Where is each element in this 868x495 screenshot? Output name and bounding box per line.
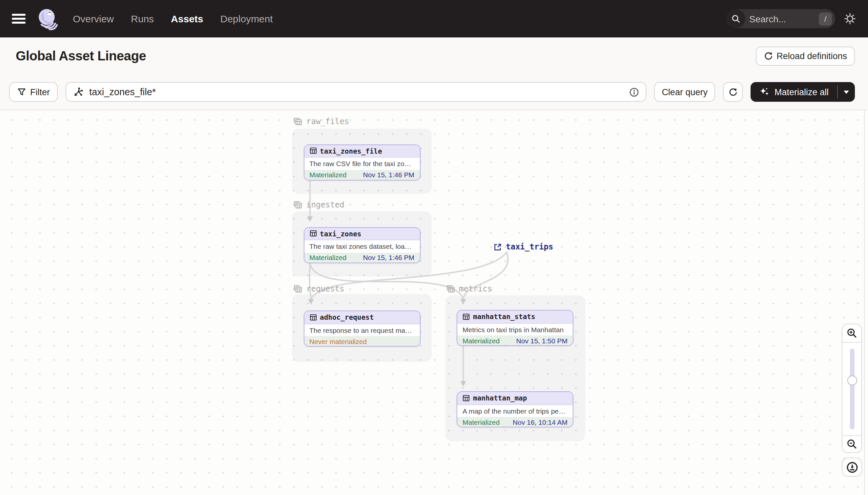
zoom-in-button[interactable] [843, 324, 862, 342]
table-icon [463, 313, 470, 320]
reload-icon [763, 51, 773, 61]
table-group-icon [293, 284, 302, 293]
asset-name: taxi_zones [320, 230, 361, 238]
asset-description: The raw CSV file for the taxi zones dat.… [304, 157, 420, 170]
search-input[interactable] [745, 14, 819, 24]
filter-button[interactable]: Filter [9, 82, 58, 102]
asset-node-manhattan-stats[interactable]: manhattan_stats Metrics on taxi trips in… [457, 310, 573, 346]
asset-description: The response to an request made in th... [304, 324, 420, 336]
app-window: Overview Runs Assets Deployment / [0, 0, 868, 495]
zoom-slider-handle[interactable] [847, 376, 857, 386]
table-group-icon [293, 200, 302, 209]
table-icon [463, 395, 470, 402]
status-badge: Materialized [463, 418, 500, 426]
status-badge: Materialized [463, 337, 500, 344]
asset-node-taxi-zones[interactable]: taxi_zones The raw taxi zones dataset, l… [303, 227, 420, 263]
asset-name: manhattan_map [473, 394, 527, 402]
asset-name: manhattan_stats [473, 313, 535, 321]
materialize-options-dropdown[interactable] [838, 82, 855, 102]
materialization-timestamp: Nov 15, 1:46 PM [363, 253, 414, 261]
status-badge: Materialized [309, 171, 347, 178]
asset-description: Metrics on taxi trips in Manhattan [457, 323, 573, 336]
zoom-panel [842, 324, 862, 453]
asset-description: A map of the number of trips per taxi z.… [457, 405, 573, 417]
asset-node-manhattan-map[interactable]: manhattan_map A map of the number of tri… [457, 391, 573, 427]
page-title: Global Asset Lineage [16, 48, 146, 63]
hamburger-menu-icon[interactable] [12, 14, 25, 24]
filter-icon [17, 87, 26, 97]
lineage-edges [0, 110, 868, 495]
external-asset-taxi-trips[interactable]: taxi_trips [493, 242, 553, 252]
status-badge: Never materialized [309, 337, 367, 345]
asset-query-input-box[interactable] [66, 82, 646, 102]
status-badge: Materialized [309, 253, 347, 261]
group-label-metrics[interactable]: metrics [446, 284, 492, 293]
refresh-button[interactable] [723, 82, 743, 102]
asset-name: adhoc_request [320, 313, 374, 321]
asset-name: taxi_zones_file [320, 147, 382, 155]
search-shortcut-badge: / [819, 12, 832, 25]
download-icon [846, 461, 858, 473]
info-icon[interactable] [629, 87, 639, 97]
graph-query-icon [73, 87, 83, 97]
asset-node-adhoc-request[interactable]: adhoc_request The response to an request… [303, 310, 420, 347]
dagster-logo[interactable] [36, 7, 60, 31]
gear-icon[interactable] [844, 13, 856, 25]
top-nav-bar: Overview Runs Assets Deployment / [0, 0, 868, 37]
chevron-down-icon [844, 90, 849, 93]
clear-query-button[interactable]: Clear query [654, 82, 715, 102]
table-icon [309, 148, 317, 155]
zoom-in-icon [846, 328, 857, 339]
nav-item-assets[interactable]: Assets [171, 13, 203, 24]
table-icon [309, 314, 317, 321]
materialization-timestamp: Nov 15, 1:50 PM [516, 337, 568, 344]
table-group-icon [293, 117, 302, 126]
refresh-icon [729, 87, 738, 97]
asset-description: The raw taxi zones dataset, loaded int..… [304, 240, 420, 252]
materialize-all-button[interactable]: Materialize all [751, 82, 837, 102]
zoom-slider-track [850, 348, 854, 429]
zoom-out-icon [846, 439, 857, 450]
lineage-canvas[interactable]: raw_files ingested requests metrics taxi… [0, 109, 868, 495]
table-group-icon [446, 284, 455, 293]
asset-node-taxi-zones-file[interactable]: taxi_zones_file The raw CSV file for the… [303, 144, 420, 180]
search-icon [726, 9, 745, 28]
nav-item-overview[interactable]: Overview [73, 13, 114, 24]
asset-query-input[interactable] [88, 86, 624, 98]
materialize-all-split-button: Materialize all [751, 82, 855, 102]
materialization-timestamp: Nov 16, 10:14 AM [513, 418, 568, 426]
zoom-out-button[interactable] [843, 436, 862, 452]
table-icon [309, 230, 317, 237]
global-search[interactable]: / [726, 9, 835, 28]
sparkle-icon [759, 87, 770, 97]
group-label-requests[interactable]: requests [293, 284, 344, 293]
materialization-timestamp: Nov 15, 1:46 PM [363, 171, 414, 178]
external-link-icon [493, 243, 502, 251]
reload-definitions-button[interactable]: Reload definitions [756, 46, 855, 65]
group-label-raw-files[interactable]: raw_files [293, 116, 349, 126]
canvas-right-divider [864, 110, 865, 495]
group-label-ingested[interactable]: ingested [293, 200, 344, 209]
download-view-button[interactable] [842, 458, 862, 477]
primary-nav: Overview Runs Assets Deployment [73, 13, 273, 24]
lineage-toolbar: Filter Clear query [0, 74, 868, 109]
page-header: Global Asset Lineage Reload definitions [0, 37, 868, 74]
nav-item-deployment[interactable]: Deployment [220, 13, 273, 24]
zoom-slider[interactable] [843, 342, 862, 436]
nav-item-runs[interactable]: Runs [131, 13, 154, 24]
